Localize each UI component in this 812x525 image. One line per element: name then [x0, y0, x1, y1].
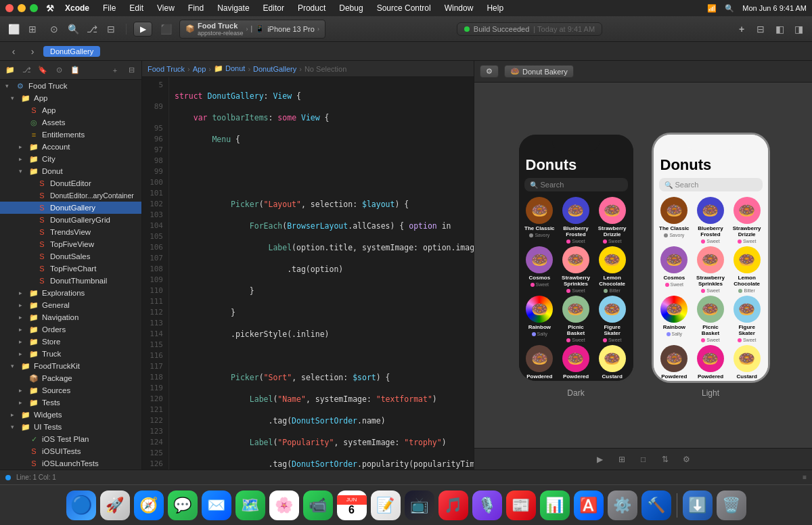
inspectors-toggle[interactable]: ◨ — [790, 21, 807, 37]
stop-button[interactable]: ⬛ — [158, 21, 174, 37]
tree-account[interactable]: ▸ 📁 Account — [0, 141, 141, 153]
menu-edit[interactable]: Edit — [127, 3, 146, 13]
tree-donut-thumbnail[interactable]: S DonutThumbnail — [0, 275, 141, 287]
dock-calendar[interactable]: JUN6 — [337, 490, 367, 520]
donut-item[interactable]: 🍩 Strawberry Drizzle Sweet — [730, 197, 764, 244]
nav-forward-btn[interactable]: › — [24, 43, 41, 60]
menu-product[interactable]: Product — [295, 3, 328, 13]
donut-item[interactable]: 🍩 The Classic Savory — [658, 197, 692, 244]
donut-item[interactable]: 🍩 Lemon Chocolate Bitter — [730, 246, 764, 293]
add-editor-btn[interactable]: + — [734, 21, 750, 37]
donut-item[interactable]: 🍩 Blueberry Frosted Sweet — [559, 197, 593, 244]
tree-city[interactable]: ▸ 📁 City — [0, 153, 141, 165]
donut-item[interactable]: 🍩 Powdered Chocolate Sweet — [658, 345, 692, 381]
dock-facetime[interactable]: 📹 — [303, 490, 333, 520]
preview-play-btn[interactable]: ▶ — [592, 451, 608, 467]
sidebar-add-btn[interactable]: + — [108, 63, 122, 78]
tree-top-five[interactable]: S TopFiveView — [0, 238, 141, 250]
breakpoint-btn[interactable]: ⊙ — [46, 21, 62, 37]
donut-item[interactable]: 🍩 Strawberry Sprinkles Sweet — [559, 246, 593, 293]
dock-messages[interactable]: 💬 — [168, 490, 198, 520]
donut-item[interactable]: 🍩 Lemon Chocolate Bitter — [595, 246, 629, 293]
sidebar-folder-btn[interactable]: 📁 — [3, 63, 18, 78]
donut-item[interactable]: 🍩 Powdered Chocolate Sweet — [523, 345, 557, 381]
donut-item[interactable]: 🍩 Figure Skater Sweet — [730, 296, 764, 342]
tree-truck[interactable]: ▸ 📁 Truck — [0, 348, 141, 360]
tree-orders[interactable]: ▸ 📁 Orders — [0, 323, 141, 336]
menu-editor[interactable]: Editor — [261, 3, 287, 13]
donut-item[interactable]: 🍩 Picnic Basket Sweet — [559, 296, 593, 342]
dock-safari[interactable]: 🧭 — [134, 490, 164, 520]
breadcrumb-app[interactable]: App — [193, 65, 206, 73]
find-btn[interactable]: 🔍 — [65, 21, 81, 37]
tree-ios-test-plan[interactable]: ✓ iOS Test Plan — [0, 433, 141, 445]
code-text[interactable]: struct DonutGallery: View { var toolbarI… — [169, 77, 474, 470]
menu-find[interactable]: Find — [185, 3, 206, 13]
search-icon[interactable]: 🔍 — [725, 4, 734, 13]
tree-entitlements[interactable]: ≡ Entitlements — [0, 129, 141, 141]
preview-inspect-btn[interactable]: ⚙ — [679, 451, 695, 467]
tree-ui-tests[interactable]: ▾ 📁 UI Tests — [0, 421, 141, 433]
tree-widgets[interactable]: ▸ 📁 Widgets — [0, 409, 141, 421]
tree-general[interactable]: ▸ 📁 General — [0, 299, 141, 311]
tree-assets[interactable]: ◎ Assets — [0, 116, 141, 129]
dock-trash[interactable]: 🗑️ — [717, 490, 746, 520]
search-bar-dark[interactable]: 🔍 Search — [524, 178, 628, 191]
code-content[interactable]: 5 89 95 96 97 98 99 100 101 102 103 104 … — [142, 77, 474, 470]
breadcrumb-donutgallery[interactable]: DonutGallery — [253, 65, 296, 73]
tree-ios-launch-tests[interactable]: S iOSLaunchTests — [0, 457, 141, 470]
dock-appstore[interactable]: 🅰️ — [574, 490, 604, 520]
app-menu-item[interactable]: ⚒ — [46, 3, 54, 14]
donut-item[interactable]: 🍩 Figure Skater Sweet — [595, 296, 629, 342]
donut-item[interactable]: 🍩 Blueberry Frosted Sweet — [694, 197, 727, 244]
sidebar-vcs-btn[interactable]: ⎇ — [19, 63, 34, 78]
vcs-btn[interactable]: ⎇ — [84, 21, 100, 37]
tree-donut[interactable]: ▾ 📁 Donut — [0, 165, 141, 177]
donut-item[interactable]: 🍩 Custard Sour — [730, 345, 764, 381]
preview-rotate-btn[interactable]: ⇅ — [657, 451, 673, 467]
sidebar-filter-btn[interactable]: ⊟ — [124, 63, 139, 78]
tree-navigation[interactable]: ▸ 📁 Navigation — [0, 311, 141, 323]
donut-item[interactable]: 🍩 Cosmos Sweet — [523, 246, 557, 293]
menu-source-control[interactable]: Source Control — [374, 3, 434, 13]
tree-top-five-chart[interactable]: S TopFiveChart — [0, 262, 141, 275]
donut-bakery-btn[interactable]: 🍩 Donut Bakery — [504, 65, 574, 78]
tree-food-truck[interactable]: ▾ ⚙ Food Truck — [0, 80, 141, 92]
tree-donut-editor[interactable]: S DonutEditor — [0, 177, 141, 189]
tree-foodtruckkit[interactable]: ▾ 📁 FoodTruckKit — [0, 360, 141, 372]
donut-item[interactable]: 🍩 Powdered Strawberry Sweet — [559, 345, 593, 381]
donut-item[interactable]: 🍩 Powdered Strawberry Sweet — [694, 345, 727, 381]
menu-debug[interactable]: Debug — [336, 3, 365, 13]
dock-sysprefs[interactable]: ⚙️ — [608, 490, 637, 520]
tree-donut-editor-container[interactable]: S DonutEditor...aryContainer — [0, 189, 141, 202]
nav-back-btn[interactable]: ‹ — [5, 43, 22, 60]
tree-trends[interactable]: S TrendsView — [0, 226, 141, 238]
donut-item[interactable]: 🍩 Picnic Basket Sweet — [694, 296, 727, 342]
menu-xcode[interactable]: Xcode — [62, 3, 92, 13]
run-button[interactable]: ▶ — [133, 22, 152, 37]
dock-reminders[interactable]: 📝 — [371, 490, 401, 520]
donut-item[interactable]: 🍩 Cosmos Sweet — [658, 246, 692, 293]
menu-window[interactable]: Window — [442, 3, 476, 13]
close-button[interactable] — [5, 4, 14, 12]
menu-help[interactable]: Help — [484, 3, 506, 13]
donut-item[interactable]: 🍩 Rainbow Salty — [658, 296, 692, 342]
breadcrumb-donut-folder[interactable]: 📁 Donut — [214, 64, 245, 73]
maximize-button[interactable] — [30, 4, 38, 12]
dock-downloads[interactable]: ⬇️ — [683, 490, 713, 520]
tree-donut-gallery[interactable]: S DonutGallery — [0, 202, 141, 214]
donut-item[interactable]: 🍩 Custard Sour — [595, 345, 629, 381]
navigator-toggle[interactable]: ◧ — [771, 21, 788, 37]
preview-device-btn[interactable]: □ — [635, 451, 652, 467]
dock-xcode[interactable]: 🔨 — [641, 490, 671, 520]
tree-app-group[interactable]: ▾ 📁 App — [0, 92, 141, 104]
donut-item[interactable]: 🍩 Strawberry Sprinkles Sweet — [694, 246, 727, 293]
tree-donut-gallery-grid[interactable]: S DonutGalleryGrid — [0, 214, 141, 226]
dock-podcasts[interactable]: 🎙️ — [472, 490, 502, 520]
tree-donut-sales[interactable]: S DonutSales — [0, 250, 141, 262]
menu-file[interactable]: File — [100, 3, 118, 13]
tree-store[interactable]: ▸ 📁 Store — [0, 336, 141, 348]
breadcrumb-foodtruck[interactable]: Food Truck — [148, 65, 185, 73]
dock-maps[interactable]: 🗺️ — [235, 490, 265, 520]
preview-grid-btn[interactable]: ⊞ — [614, 451, 630, 467]
